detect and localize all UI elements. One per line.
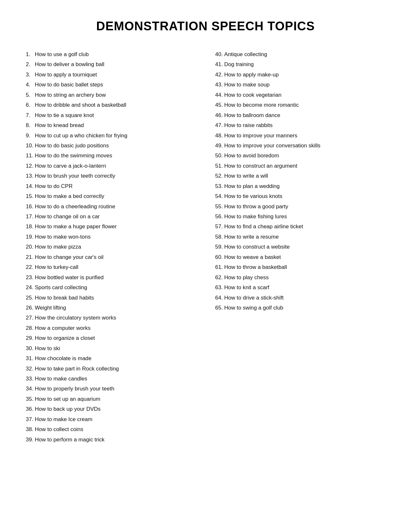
list-text: Antique collecting: [224, 51, 267, 57]
list-text: How to ski: [35, 345, 60, 351]
list-item: 63.How to knit a scarf: [215, 282, 386, 292]
list-number: 25.: [26, 293, 35, 303]
list-number: 33.: [26, 374, 35, 384]
list-item: 8.How to knead bread: [26, 120, 196, 130]
list-text: How to write a resume: [224, 234, 279, 240]
list-text: How to deliver a bowling ball: [35, 61, 104, 67]
list-item: 14.How to do CPR: [26, 181, 196, 191]
list-text: How to drive a stick-shift: [224, 295, 284, 301]
list-item: 25.How to break bad habits: [26, 293, 196, 303]
list-item: 62.How to play chess: [215, 272, 386, 282]
list-number: 52.: [215, 171, 224, 181]
content-columns: 1.How to use a golf club2.How to deliver…: [26, 49, 385, 445]
list-item: 49.How to improve your conversation skil…: [215, 141, 386, 151]
list-number: 26.: [26, 303, 35, 313]
right-list: 40.Antique collecting41.Dog training42.H…: [215, 49, 386, 313]
list-number: 53.: [215, 181, 224, 191]
list-text: How to write a will: [224, 173, 268, 179]
list-item: 59.How to construct a website: [215, 242, 386, 252]
list-item: 11.How to do the swimming moves: [26, 151, 196, 161]
list-text: How to swing a golf club: [224, 305, 283, 311]
list-item: 30.How to ski: [26, 343, 196, 353]
list-item: 3.How to apply a tourniquet: [26, 70, 196, 80]
list-number: 49.: [215, 141, 224, 151]
list-item: 12.How to carve a jack-o-lantern: [26, 161, 196, 171]
list-number: 1.: [26, 49, 35, 59]
list-item: 13.How to brush your teeth correctly: [26, 171, 196, 181]
list-item: 51.How to construct an argument: [215, 161, 386, 171]
list-number: 8.: [26, 120, 35, 130]
list-item: 53.How to plan a wedding: [215, 181, 386, 191]
list-item: 27.How the circulatory system works: [26, 313, 196, 323]
list-item: 44.How to cook vegetarian: [215, 90, 386, 100]
list-number: 55.: [215, 202, 224, 212]
list-number: 31.: [26, 353, 35, 363]
list-number: 64.: [215, 293, 224, 303]
list-item: 38.How to collect coins: [26, 424, 196, 434]
list-text: How to make fishing lures: [224, 213, 287, 220]
list-item: 55.How to throw a good party: [215, 202, 386, 212]
list-number: 16.: [26, 202, 35, 212]
list-text: How to back up your DVDs: [35, 406, 101, 412]
list-number: 47.: [215, 120, 224, 130]
list-number: 59.: [215, 242, 224, 252]
list-number: 37.: [26, 414, 35, 424]
list-text: How to knead bread: [35, 122, 84, 128]
list-number: 60.: [215, 252, 224, 262]
list-number: 14.: [26, 181, 35, 191]
list-text: How to set up an aquarium: [35, 396, 100, 402]
list-number: 45.: [215, 100, 224, 110]
list-item: 60.How to weave a basket: [215, 252, 386, 262]
list-text: How to brush your teeth correctly: [35, 173, 115, 179]
list-number: 29.: [26, 333, 35, 343]
list-number: 2.: [26, 59, 35, 69]
list-text: How to change oil on a car: [35, 213, 100, 220]
right-column: 40.Antique collecting41.Dog training42.H…: [215, 49, 386, 313]
list-text: How to perform a magic trick: [35, 437, 104, 443]
list-text: How to plan a wedding: [224, 183, 280, 189]
list-text: How to use a golf club: [35, 51, 89, 57]
list-item: 24.Sports card collecting: [26, 282, 196, 292]
list-number: 4.: [26, 80, 35, 90]
list-number: 23.: [26, 272, 35, 282]
list-text: How to do a cheerleading routine: [35, 203, 115, 210]
list-text: How to do CPR: [35, 183, 73, 189]
list-item: 20.How to make pizza: [26, 242, 196, 252]
left-column: 1.How to use a golf club2.How to deliver…: [26, 49, 196, 445]
list-text: How to do basic judo positions: [35, 143, 109, 149]
left-list: 1.How to use a golf club2.How to deliver…: [26, 49, 196, 445]
list-text: How to cut up a who chicken for frying: [35, 133, 127, 139]
list-item: 46.How to ballroom dance: [215, 110, 386, 120]
list-item: 17.How to change oil on a car: [26, 212, 196, 222]
list-item: 21.How to change your car's oil: [26, 252, 196, 262]
list-item: 18.How to make a huge paper flower: [26, 222, 196, 232]
list-item: 58.How to write a resume: [215, 232, 386, 242]
list-item: 23.How bottled water is purified: [26, 272, 196, 282]
list-number: 11.: [26, 151, 35, 161]
list-text: How to apply make-up: [224, 72, 279, 78]
list-text: How to break bad habits: [35, 295, 94, 301]
list-number: 34.: [26, 384, 35, 394]
list-text: How to improve your manners: [224, 133, 298, 139]
list-number: 36.: [26, 404, 35, 414]
list-text: How to become more romantic: [224, 102, 299, 108]
list-item: 45.How to become more romantic: [215, 100, 386, 110]
list-text: How to apply a tourniquet: [35, 72, 97, 78]
list-item: 56.How to make fishing lures: [215, 212, 386, 222]
list-text: How to play chess: [224, 274, 269, 281]
list-text: How a computer works: [35, 325, 91, 331]
list-text: How to make soup: [224, 82, 270, 88]
list-text: How to string an archery bow: [35, 92, 106, 98]
list-item: 10.How to do basic judo positions: [26, 141, 196, 151]
list-number: 65.: [215, 303, 224, 313]
list-item: 16.How to do a cheerleading routine: [26, 202, 196, 212]
list-item: 33.How to make candles: [26, 374, 196, 384]
list-text: How to raise rabbits: [224, 122, 273, 128]
list-text: Sports card collecting: [35, 284, 87, 291]
list-text: How to organize a closet: [35, 335, 95, 341]
list-text: How to do the swimming moves: [35, 153, 112, 159]
list-item: 61.How to throw a basketball: [215, 262, 386, 272]
list-text: How to make Ice cream: [35, 416, 93, 422]
list-text: How to make a bed correctly: [35, 193, 104, 199]
list-number: 43.: [215, 80, 224, 90]
